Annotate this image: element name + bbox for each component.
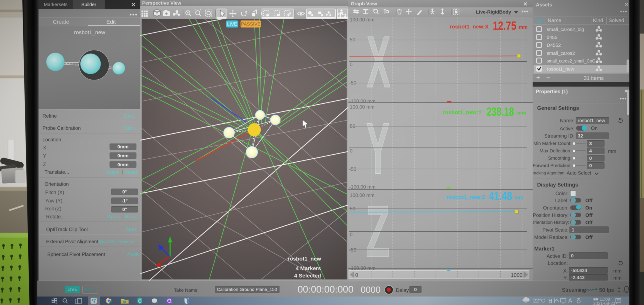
svg-text:mm: mm xyxy=(519,24,528,30)
svg-text:0: 0 xyxy=(350,232,352,237)
svg-text:-100.00 mm: -100.00 mm xyxy=(349,99,376,104)
svg-text:4 Selected: 4 Selected xyxy=(294,272,321,279)
svg-text:-100.00 mm: -100.00 mm xyxy=(349,265,376,271)
svg-text:41.48: 41.48 xyxy=(489,189,512,203)
svg-text:2021-08-23: 2021-08-23 xyxy=(593,301,615,305)
svg-text:small_caros2_big: small_caros2_big xyxy=(547,27,584,32)
svg-text:rosbot1_new:Y: rosbot1_new:Y xyxy=(443,109,482,115)
svg-text:A: A xyxy=(568,297,572,304)
svg-text:0: 0 xyxy=(350,62,352,67)
svg-text:d455: d455 xyxy=(547,35,558,40)
svg-text:Live-RigidBody: Live-RigidBody xyxy=(476,9,511,15)
svg-text:22°C: 22°C xyxy=(533,298,545,303)
svg-text:50: 50 xyxy=(350,37,355,43)
svg-text:-100.00 mm: -100.00 mm xyxy=(349,184,376,190)
svg-text:mm: mm xyxy=(514,195,524,200)
svg-text:rosbot1_new: rosbot1_new xyxy=(288,256,321,262)
svg-text:50: 50 xyxy=(350,206,355,211)
svg-text:mm: mm xyxy=(517,110,526,116)
svg-text:0: 0 xyxy=(350,148,352,154)
svg-text:4 Markers: 4 Markers xyxy=(296,265,321,271)
svg-text:-50: -50 xyxy=(349,166,356,172)
svg-text:Z: Z xyxy=(366,190,390,272)
svg-text:1000: 1000 xyxy=(511,272,522,278)
svg-text:12.75: 12.75 xyxy=(493,19,516,32)
svg-text:rosbot1_new:X: rosbot1_new:X xyxy=(450,24,488,30)
svg-text:-50: -50 xyxy=(349,247,356,253)
svg-text:-50: -50 xyxy=(349,80,356,86)
svg-text:rosbot1_new:Z: rosbot1_new:Z xyxy=(447,194,486,200)
svg-text:100.00 mm: 100.00 mm xyxy=(350,17,374,23)
svg-text:small_caros2_small_CoG: small_caros2_small_CoG xyxy=(547,58,596,64)
svg-text:rosbot1_new: rosbot1_new xyxy=(547,66,574,72)
svg-text:100.00 mm: 100.00 mm xyxy=(350,104,374,110)
svg-text:100.00 mm: 100.00 mm xyxy=(350,192,374,198)
svg-text:•••: ••• xyxy=(522,8,528,15)
svg-text:50: 50 xyxy=(350,123,355,129)
svg-text:D4552: D4552 xyxy=(547,43,561,48)
svg-text:C: C xyxy=(138,298,142,303)
svg-text:0: 0 xyxy=(355,272,358,278)
svg-text:small_caros2: small_caros2 xyxy=(547,51,575,56)
svg-text:238.18: 238.18 xyxy=(486,105,514,118)
